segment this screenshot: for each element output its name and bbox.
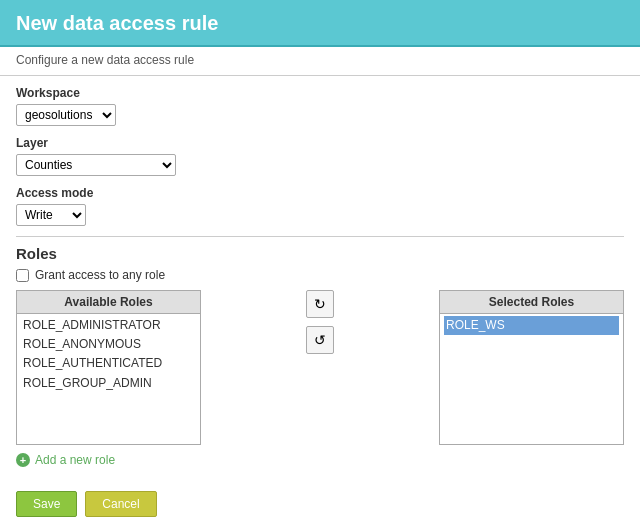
workspace-field: Workspace geosolutions — [16, 86, 624, 126]
grant-any-role-label: Grant access to any role — [35, 268, 165, 282]
list-item[interactable]: ROLE_ANONYMOUS — [21, 335, 196, 354]
page-header: New data access rule — [0, 0, 640, 47]
transfer-right-button[interactable]: ↻ — [306, 290, 334, 318]
selected-roles-list[interactable]: ROLE_WS — [440, 314, 623, 444]
available-roles-box: Available Roles ROLE_ADMINISTRATOR ROLE_… — [16, 290, 201, 445]
selected-roles-header: Selected Roles — [440, 291, 623, 314]
add-role-row[interactable]: + Add a new role — [16, 453, 624, 467]
grant-row: Grant access to any role — [16, 268, 624, 282]
list-item[interactable]: ROLE_GROUP_ADMIN — [21, 374, 196, 393]
access-mode-field: Access mode Read Write Admin — [16, 186, 624, 226]
page-subtitle: Configure a new data access rule — [0, 47, 640, 76]
workspace-label: Workspace — [16, 86, 624, 100]
roles-container: Available Roles ROLE_ADMINISTRATOR ROLE_… — [16, 290, 624, 445]
available-roles-list[interactable]: ROLE_ADMINISTRATOR ROLE_ANONYMOUS ROLE_A… — [17, 314, 200, 444]
roles-section-title: Roles — [16, 245, 624, 262]
grant-any-role-checkbox[interactable] — [16, 269, 29, 282]
list-item[interactable]: ROLE_WS — [444, 316, 619, 335]
add-role-icon: + — [16, 453, 30, 467]
transfer-left-button[interactable]: ↺ — [306, 326, 334, 354]
selected-roles-box: Selected Roles ROLE_WS — [439, 290, 624, 445]
action-row: Save Cancel — [16, 481, 624, 517]
transfer-right-icon: ↻ — [314, 296, 326, 312]
section-divider — [16, 236, 624, 237]
access-mode-select[interactable]: Read Write Admin — [16, 204, 86, 226]
page-title: New data access rule — [16, 12, 624, 35]
transfer-left-icon: ↺ — [314, 332, 326, 348]
layer-label: Layer — [16, 136, 624, 150]
add-role-label: Add a new role — [35, 453, 115, 467]
save-button[interactable]: Save — [16, 491, 77, 517]
list-item[interactable]: ROLE_AUTHENTICATED — [21, 354, 196, 373]
workspace-select[interactable]: geosolutions — [16, 104, 116, 126]
main-content: Workspace geosolutions Layer Counties Ac… — [0, 76, 640, 527]
transfer-buttons: ↻ ↺ — [201, 290, 439, 354]
layer-field: Layer Counties — [16, 136, 624, 176]
list-item[interactable]: ROLE_ADMINISTRATOR — [21, 316, 196, 335]
available-roles-header: Available Roles — [17, 291, 200, 314]
cancel-button[interactable]: Cancel — [85, 491, 156, 517]
access-mode-label: Access mode — [16, 186, 624, 200]
layer-select[interactable]: Counties — [16, 154, 176, 176]
